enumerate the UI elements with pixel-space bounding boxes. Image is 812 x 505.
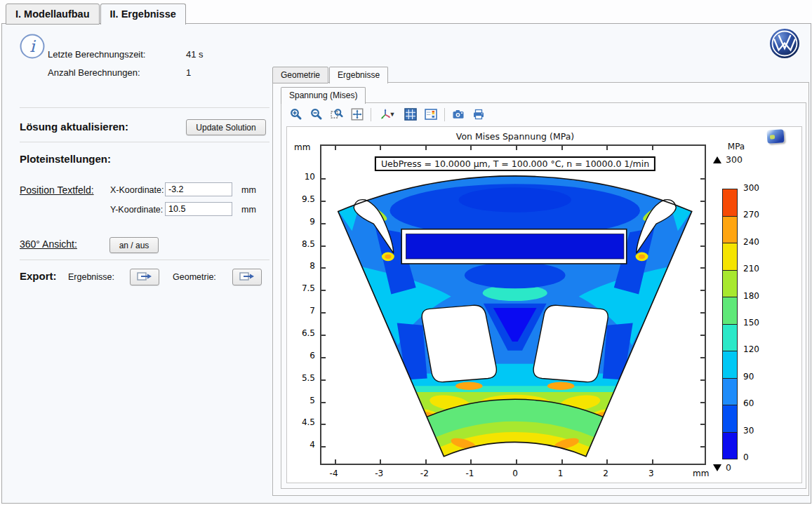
y-tick-mark — [321, 223, 326, 224]
colorbar-tick-label: 210 — [743, 264, 759, 274]
y-tick-mark — [700, 357, 705, 358]
view-360-label: 360° Ansicht: — [20, 238, 77, 250]
colorbar-over-max: 300 — [713, 154, 743, 165]
colorbar-segment — [723, 379, 737, 406]
info-icon: i — [19, 33, 46, 62]
computation-count-value: 1 — [186, 67, 191, 78]
colorbar-tick-label: 60 — [743, 398, 754, 408]
y-tick-mark — [700, 446, 705, 447]
view-360-toggle-button[interactable]: an / aus — [109, 237, 159, 253]
export-geometry-button[interactable] — [232, 269, 262, 285]
x-tick-mark — [425, 459, 427, 464]
y-tick-label: 7 — [287, 306, 315, 316]
export-heading: Export: — [20, 270, 57, 282]
zoom-in-icon[interactable] — [289, 107, 303, 121]
print-icon[interactable] — [472, 107, 486, 121]
x-tick-mark — [516, 146, 517, 150]
y-tick-mark — [700, 267, 705, 269]
colorbar-tick-label: 240 — [743, 237, 759, 247]
x-unit-label: mm — [241, 185, 256, 195]
y-tick-mark — [321, 402, 326, 403]
colorbar-tick-label: 90 — [743, 372, 754, 382]
y-tick-mark — [700, 424, 705, 425]
colorbar-segment — [723, 217, 737, 244]
computation-count-label: Anzahl Berechnungen: — [48, 67, 140, 78]
colorbar-segment — [723, 325, 737, 352]
zoom-extents-icon[interactable] — [350, 107, 364, 121]
plot-canvas[interactable]: Von Mises Spannung (MPa) mm — [286, 126, 802, 483]
colorbar-tick-label: 150 — [743, 318, 759, 328]
export-results-button[interactable] — [130, 269, 159, 285]
snapshot-camera-icon[interactable] — [451, 107, 465, 121]
y-tick-mark — [321, 379, 326, 381]
colorbar-unit-label: MPa — [717, 142, 756, 152]
x-coordinate-input[interactable] — [165, 182, 232, 196]
colorbar-tick-label: 0 — [743, 452, 749, 462]
x-tick-mark — [652, 459, 653, 464]
plot-tabstrip: Spannung (Mises) — [281, 87, 366, 104]
y-tick-mark — [321, 290, 326, 291]
y-tick-mark — [700, 312, 705, 314]
y-tick-mark — [321, 446, 326, 447]
colorbar-tick-label: 300 — [743, 183, 759, 193]
y-tick-label: 6.5 — [287, 328, 315, 338]
update-solution-button[interactable]: Update Solution — [186, 119, 266, 135]
divider — [20, 142, 269, 142]
x-tick-mark — [606, 459, 608, 464]
y-tick-mark — [321, 201, 326, 202]
last-computation-value: 41 s — [186, 49, 204, 60]
chevron-down-icon: ▼ — [390, 111, 396, 118]
x-tick-label: -4 — [324, 469, 345, 478]
grid-icon[interactable] — [404, 107, 418, 121]
plot-annotation: UebPress = 10.0000 μm, T = 100.000 °C, n… — [375, 156, 655, 171]
toolbar-separator — [371, 108, 371, 121]
colorbar-tick-label: 30 — [743, 426, 754, 436]
colorbar-ticks: 0306090120150180210240270300 — [743, 189, 771, 458]
axis-orientation-icon[interactable]: ▼ — [378, 107, 397, 121]
y-tick-label: 9 — [287, 217, 315, 227]
y-tick-mark — [321, 267, 326, 269]
y-unit-label: mm — [241, 205, 256, 215]
colorbar-segment — [723, 351, 737, 379]
y-axis-unit-label: mm — [294, 142, 310, 152]
x-tick-label: -1 — [459, 469, 480, 478]
textfield-position-label: Position Textfeld: — [20, 184, 94, 196]
viewer-tabstrip: Geometrie Ergebnisse — [272, 67, 389, 83]
x-tick-label: 0 — [505, 469, 526, 478]
tab-ergebnisse[interactable]: II. Ergebnisse — [100, 4, 186, 25]
color-legend-icon[interactable] — [424, 107, 438, 121]
y-tick-label: 4 — [287, 440, 315, 450]
colorbar-segment — [723, 405, 737, 433]
x-tick-mark — [380, 146, 381, 150]
x-tick-label: 3 — [641, 469, 662, 478]
zoom-out-icon[interactable] — [310, 107, 324, 121]
x-tick-mark — [516, 459, 517, 464]
x-tick-label: 2 — [595, 469, 616, 478]
export-geometry-label: Geometrie: — [173, 272, 216, 282]
tab-ergebnisse-viewer[interactable]: Ergebnisse — [329, 67, 388, 83]
x-tick-label: 1 — [550, 469, 571, 478]
x-axis-unit-label: mm — [693, 469, 709, 478]
y-tick-label: 7.5 — [287, 283, 315, 293]
x-tick-mark — [335, 146, 336, 150]
plot-toolbar: ▼ — [289, 105, 486, 123]
toolbar-separator — [444, 108, 445, 121]
y-coordinate-input[interactable] — [165, 202, 232, 216]
y-tick-mark — [700, 379, 705, 381]
plot-thumbnail-icon[interactable] — [766, 129, 784, 144]
colorbar-segment — [723, 433, 737, 459]
colorbar-min-label: 0 — [726, 462, 731, 473]
colorbar-segment — [723, 189, 737, 217]
main-tabstrip: I. Modellaufbau II. Ergebnisse — [6, 4, 187, 25]
y-tick-mark — [700, 402, 705, 403]
y-tick-label: 5 — [287, 396, 315, 405]
x-tick-label: -2 — [414, 469, 435, 478]
x-tick-mark — [335, 459, 336, 464]
tab-geometrie[interactable]: Geometrie — [272, 67, 328, 83]
tab-modellaufbau[interactable]: I. Modellaufbau — [6, 4, 100, 25]
tab-spannung-mises[interactable]: Spannung (Mises) — [281, 87, 366, 104]
y-tick-mark — [321, 424, 326, 425]
plot-settings-heading: Ploteinstellungen: — [20, 153, 111, 165]
y-tick-mark — [321, 357, 326, 358]
zoom-box-icon[interactable] — [330, 107, 344, 121]
